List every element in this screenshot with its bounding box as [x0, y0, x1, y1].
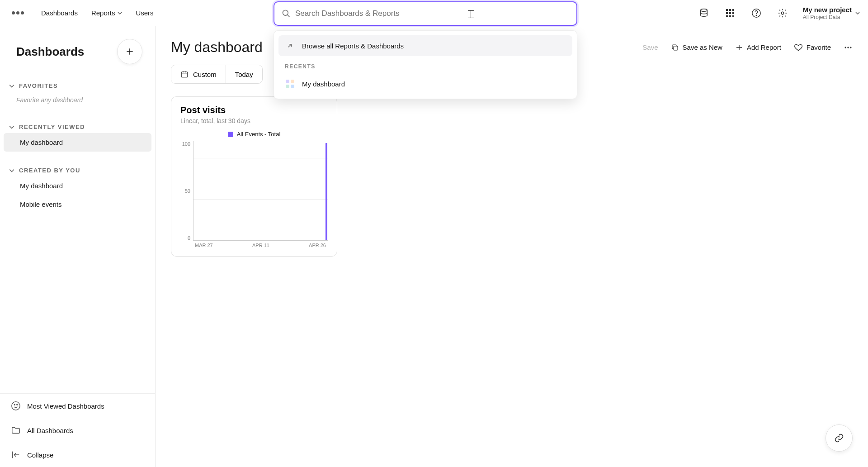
all-dashboards-button[interactable]: All Dashboards: [0, 418, 155, 443]
sidebar-item-label: My dashboard: [20, 138, 63, 146]
smile-icon: [11, 401, 21, 411]
favorites-empty: Favorite any dashboard: [0, 92, 155, 108]
chart-bar: [326, 143, 327, 240]
sidebar-item-my-dashboard-2[interactable]: My dashboard: [4, 176, 151, 195]
collapse-button[interactable]: Collapse: [0, 443, 155, 467]
y-axis: 100 50 0: [180, 141, 193, 250]
search-panel: ⌶ Browse all Reports & Dashboards RECENT…: [274, 1, 577, 99]
svg-rect-2: [729, 9, 731, 11]
chevron-down-icon: [9, 124, 14, 130]
nav-users-label: Users: [136, 9, 153, 17]
sidebar-title: Dashboards: [16, 45, 84, 59]
legend-swatch-icon: [228, 132, 233, 137]
date-today-button[interactable]: Today: [226, 65, 262, 83]
nav-reports[interactable]: Reports: [91, 9, 123, 17]
recently-viewed-header[interactable]: RECENTLY VIEWED: [0, 121, 155, 133]
sidebar-section-favorites: FAVORITES Favorite any dashboard: [0, 73, 155, 114]
more-menu-button[interactable]: [844, 43, 853, 52]
nav-users[interactable]: Users: [136, 9, 153, 17]
help-icon[interactable]: [750, 7, 762, 19]
sidebar-item-label: Mobile events: [20, 200, 62, 208]
dashboard-icon: [285, 79, 295, 89]
chart-legend: All Events - Total: [180, 131, 328, 138]
chevron-down-icon: [118, 11, 122, 15]
svg-rect-8: [729, 15, 731, 17]
project-name: My new project: [803, 6, 852, 14]
svg-point-0: [700, 9, 707, 11]
sidebar-item-my-dashboard[interactable]: My dashboard: [4, 133, 151, 152]
svg-rect-3: [732, 9, 734, 11]
most-viewed-label: Most Viewed Dashboards: [27, 402, 104, 410]
page-title: My dashboard: [171, 39, 263, 56]
y-tick: 0: [188, 235, 190, 241]
project-subtitle: All Project Data: [803, 14, 852, 20]
card-title: Post visits: [180, 105, 328, 115]
svg-point-18: [845, 47, 846, 48]
favorite-button[interactable]: Favorite: [794, 43, 831, 52]
svg-point-13: [283, 10, 288, 16]
save-as-new-label: Save as New: [683, 43, 722, 51]
sidebar-section-created-by-you: CREATED BY YOU My dashboard Mobile event…: [0, 158, 155, 220]
chevron-down-icon: [855, 11, 860, 15]
all-dashboards-label: All Dashboards: [27, 427, 73, 434]
favorites-label: FAVORITES: [19, 82, 58, 89]
collapse-label: Collapse: [27, 451, 53, 459]
created-by-you-label: CREATED BY YOU: [19, 167, 80, 174]
browse-all-item[interactable]: Browse all Reports & Dashboards: [278, 35, 572, 56]
folder-icon: [11, 425, 21, 435]
sidebar-header: Dashboards: [0, 26, 155, 73]
sidebar: Dashboards FAVORITES Favorite any dashbo…: [0, 26, 156, 467]
svg-rect-1: [726, 9, 728, 11]
save-label: Save: [642, 43, 658, 51]
add-report-label: Add Report: [747, 43, 781, 51]
most-viewed-button[interactable]: Most Viewed Dashboards: [0, 394, 155, 418]
svg-rect-17: [674, 46, 678, 50]
svg-rect-4: [726, 12, 728, 14]
svg-point-19: [847, 47, 849, 48]
favorites-header[interactable]: FAVORITES: [0, 80, 155, 92]
collapse-icon: [11, 450, 21, 460]
search-input[interactable]: [295, 9, 569, 18]
recent-item[interactable]: My dashboard: [278, 73, 572, 94]
x-tick: APR 26: [309, 243, 326, 250]
settings-icon[interactable]: [777, 7, 788, 19]
search-box[interactable]: ⌶: [274, 1, 577, 26]
browse-all-label: Browse all Reports & Dashboards: [302, 42, 404, 50]
save-button[interactable]: Save: [642, 43, 658, 51]
x-tick: APR 11: [252, 243, 269, 250]
project-text: My new project All Project Data: [803, 6, 852, 20]
plus-icon: [735, 43, 743, 52]
plus-icon: [125, 47, 134, 56]
project-selector[interactable]: My new project All Project Data: [803, 6, 860, 20]
svg-rect-7: [726, 15, 728, 17]
chart: 100 50 0 MAR 27 APR 11 APR 26: [180, 141, 328, 250]
sidebar-footer: Most Viewed Dashboards All Dashboards Co…: [0, 393, 155, 467]
svg-rect-6: [732, 12, 734, 14]
copy-icon: [671, 43, 679, 52]
svg-point-16: [17, 404, 18, 405]
svg-point-14: [12, 402, 20, 410]
add-report-button[interactable]: Add Report: [735, 43, 781, 52]
apps-grid-icon[interactable]: [724, 7, 736, 19]
topnav-right: My new project All Project Data: [698, 6, 860, 20]
report-card[interactable]: Post visits Linear, total, last 30 days …: [171, 96, 337, 257]
date-custom-button[interactable]: Custom: [171, 65, 226, 83]
logo-icon[interactable]: [8, 11, 28, 14]
link-icon: [834, 433, 844, 443]
link-fab-button[interactable]: [826, 424, 853, 452]
recents-heading: RECENTS: [278, 56, 572, 73]
sidebar-item-mobile-events[interactable]: Mobile events: [4, 195, 151, 214]
nav-dashboards[interactable]: Dashboards: [41, 9, 78, 17]
external-link-icon: [285, 41, 295, 51]
database-icon[interactable]: [698, 7, 710, 19]
recently-viewed-label: RECENTLY VIEWED: [19, 124, 85, 130]
date-custom-label: Custom: [193, 71, 217, 78]
save-as-new-button[interactable]: Save as New: [671, 43, 722, 52]
date-today-label: Today: [235, 71, 253, 78]
sidebar-item-label: My dashboard: [20, 182, 63, 190]
y-tick: 100: [182, 141, 190, 147]
chevron-down-icon: [9, 168, 14, 173]
add-dashboard-button[interactable]: [117, 39, 142, 64]
svg-point-20: [850, 47, 851, 48]
created-by-you-header[interactable]: CREATED BY YOU: [0, 164, 155, 176]
